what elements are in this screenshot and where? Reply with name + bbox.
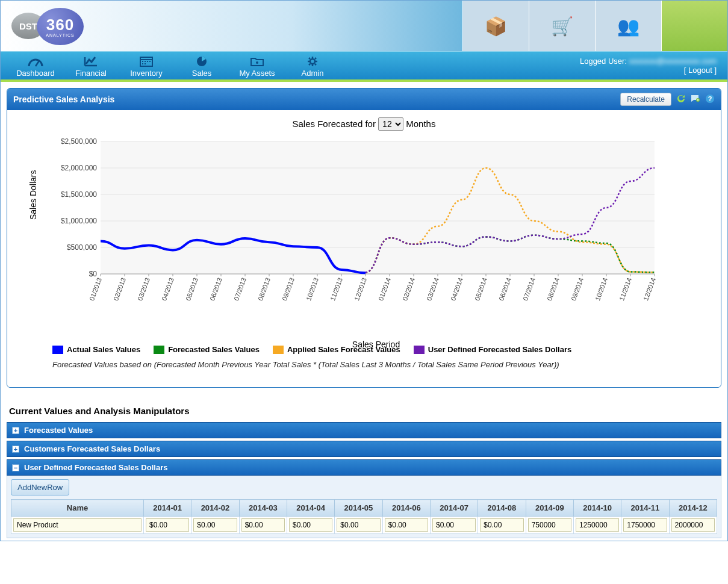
help-icon[interactable]: ?: [705, 94, 715, 105]
svg-rect-6: [149, 61, 151, 62]
recalculate-button[interactable]: Recalculate: [620, 93, 671, 106]
svg-text:11/2014: 11/2014: [618, 277, 633, 302]
nav-sales[interactable]: Sales: [174, 54, 229, 78]
accordion-header[interactable]: −User Defined Forecasted Sales Dollars: [7, 459, 721, 476]
svg-line-17: [315, 64, 316, 65]
row-name-input[interactable]: [13, 518, 142, 532]
svg-text:05/2013: 05/2013: [184, 277, 199, 302]
collapse-icon: −: [12, 464, 19, 471]
month-value-input[interactable]: [432, 518, 476, 532]
svg-point-10: [256, 61, 258, 64]
logo: DST 360 ANALYTICS: [11, 10, 96, 43]
calendar-icon: [119, 55, 174, 67]
svg-text:05/2014: 05/2014: [473, 277, 488, 302]
table-header: 2014-05: [335, 500, 382, 517]
chart-ylabel: Sales Dollars: [28, 170, 38, 220]
panel-tools: Recalculate ?: [620, 93, 715, 106]
nav-admin[interactable]: Admin: [285, 54, 340, 78]
add-new-row-button[interactable]: AddNewRow: [11, 479, 69, 495]
table-row: [11, 517, 717, 534]
logo-blue-big: 360: [46, 16, 74, 34]
comment-icon[interactable]: [691, 94, 700, 105]
nav-label: My Assets: [239, 69, 275, 78]
nav-inventory[interactable]: Inventory: [119, 54, 174, 78]
svg-text:$500,000: $500,000: [67, 243, 97, 252]
nav-my-assets[interactable]: My Assets: [229, 54, 285, 78]
accordion-header[interactable]: +Customers Forecasted Sales Dollars: [7, 441, 721, 457]
svg-text:07/2013: 07/2013: [232, 277, 247, 302]
svg-text:02/2013: 02/2013: [112, 277, 127, 302]
nav-dashboard[interactable]: Dashboard: [8, 54, 63, 78]
table-header: 2014-01: [144, 500, 191, 517]
svg-text:03/2014: 03/2014: [425, 277, 440, 302]
svg-text:$1,000,000: $1,000,000: [61, 217, 97, 225]
panel-body: Sales Forecasted for 12 Months Sales Dol…: [7, 110, 721, 387]
svg-line-0: [36, 61, 39, 66]
chart-area: Sales Dollars $0$500,000$1,000,000$1,500…: [46, 135, 706, 334]
refresh-icon[interactable]: [676, 94, 686, 105]
table-header: 2014-09: [526, 500, 573, 517]
table-header: 2014-02: [191, 500, 239, 517]
svg-text:$2,000,000: $2,000,000: [61, 164, 97, 172]
user-defined-table: Name2014-012014-022014-032014-042014-052…: [11, 499, 717, 534]
svg-text:03/2013: 03/2013: [136, 277, 151, 302]
nav-label: Sales: [192, 69, 212, 78]
forecast-label-pre: Sales Forecasted for: [293, 119, 379, 129]
month-value-input[interactable]: [289, 518, 332, 532]
table-header: 2014-06: [382, 500, 430, 517]
logo-blue-small: ANALYTICS: [46, 33, 74, 37]
svg-text:04/2014: 04/2014: [449, 277, 464, 302]
logout-link[interactable]: [ Logout ]: [684, 66, 717, 75]
accordion-title: Customers Forecasted Sales Dollars: [24, 444, 160, 453]
svg-text:10/2013: 10/2013: [305, 277, 320, 302]
nav-label: Inventory: [130, 69, 162, 78]
accordion-0: +Forecasted Values: [7, 422, 721, 438]
svg-text:09/2013: 09/2013: [281, 277, 296, 302]
table-header: 2014-08: [478, 500, 526, 517]
chart-xlabel: Sales Period: [46, 340, 706, 349]
panel-title: Predictive Sales Analysis: [13, 95, 114, 104]
svg-rect-4: [145, 61, 146, 62]
month-value-input[interactable]: [146, 518, 189, 532]
svg-rect-7: [142, 63, 143, 64]
gear-icon: [285, 55, 340, 67]
accordion-body: AddNewRowName2014-012014-022014-032014-0…: [7, 476, 721, 538]
table-header: 2014-07: [430, 500, 478, 517]
svg-text:01/2014: 01/2014: [377, 277, 392, 302]
logged-user-value: xxxxxxx@xxxxxxxxx.com: [629, 57, 717, 66]
svg-rect-5: [147, 61, 148, 62]
month-value-input[interactable]: [528, 518, 571, 532]
banner-image-4: [661, 1, 727, 52]
nav-label: Financial: [75, 69, 107, 78]
svg-text:02/2014: 02/2014: [401, 277, 416, 302]
accordion-title: User Defined Forecasted Sales Dollars: [24, 463, 167, 472]
month-value-input[interactable]: [671, 518, 715, 532]
month-value-input[interactable]: [241, 518, 285, 532]
svg-text:06/2014: 06/2014: [497, 277, 512, 302]
svg-text:$1,500,000: $1,500,000: [61, 190, 97, 199]
chart-line-icon: [63, 55, 119, 67]
table-header: Name: [11, 500, 144, 517]
svg-text:11/2013: 11/2013: [329, 277, 344, 302]
month-value-input[interactable]: [193, 518, 237, 532]
month-value-input[interactable]: [385, 518, 428, 532]
accordion-header[interactable]: +Forecasted Values: [7, 422, 721, 438]
month-value-input[interactable]: [576, 518, 619, 532]
nav-financial[interactable]: Financial: [63, 54, 119, 78]
forecast-label-post: Months: [406, 119, 435, 129]
analysis-panel: Predictive Sales Analysis Recalculate ? …: [7, 88, 721, 388]
month-value-input[interactable]: [623, 518, 667, 532]
month-value-input[interactable]: [480, 518, 523, 532]
svg-line-19: [309, 64, 310, 65]
banner-image-2: 🛒: [529, 1, 595, 52]
svg-text:09/2014: 09/2014: [570, 277, 585, 302]
month-value-input[interactable]: [337, 518, 380, 532]
svg-point-11: [310, 59, 315, 64]
table-header: 2014-12: [669, 500, 717, 517]
svg-text:08/2014: 08/2014: [546, 277, 561, 302]
forecast-controls: Sales Forecasted for 12 Months: [22, 117, 706, 131]
svg-text:$2,500,000: $2,500,000: [61, 137, 97, 146]
nav-label: Admin: [302, 69, 324, 78]
forecast-months-select[interactable]: 12: [378, 117, 403, 131]
expand-icon: +: [12, 446, 19, 453]
